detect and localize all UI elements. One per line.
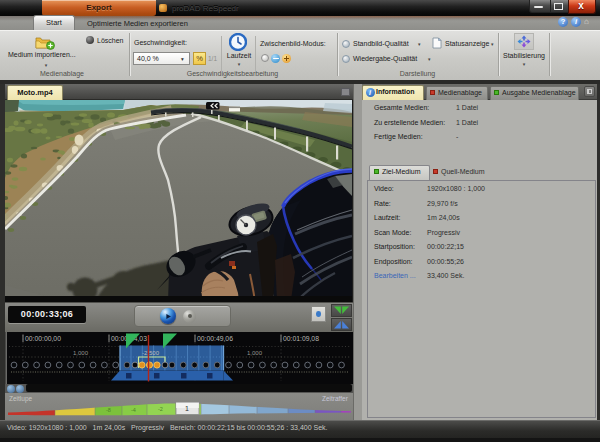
svg-text:-2: -2 bbox=[158, 406, 163, 412]
svg-text:00:00:49,06: 00:00:49,06 bbox=[197, 335, 233, 342]
svg-text:1,000: 1,000 bbox=[247, 350, 263, 356]
svg-text:-2,500: -2,500 bbox=[142, 350, 160, 356]
svg-text:00:01:09,08: 00:01:09,08 bbox=[283, 335, 319, 342]
svg-text:1: 1 bbox=[185, 405, 189, 412]
svg-text:00:00:00,00: 00:00:00,00 bbox=[25, 335, 61, 342]
svg-text:-8: -8 bbox=[106, 407, 111, 413]
svg-text:-4: -4 bbox=[131, 407, 136, 413]
svg-text:1,000: 1,000 bbox=[73, 350, 89, 356]
